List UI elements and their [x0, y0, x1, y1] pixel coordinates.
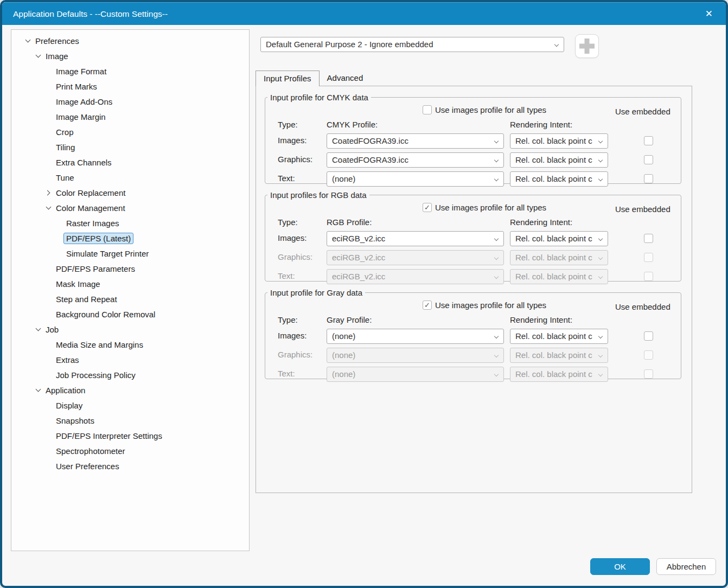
tree-item-label: Extras [56, 355, 79, 365]
tree-item-label: Job [46, 325, 59, 334]
cmyk-images-intent-dropdown[interactable]: Rel. col. black point c [510, 133, 608, 149]
tab-advanced[interactable]: Advanced [320, 71, 371, 86]
chevron-down-icon [598, 139, 603, 143]
tree-item-label: PDF/EPS (Latest) [63, 233, 133, 244]
tree-item-job-processing-policy[interactable]: Job Processing Policy [11, 367, 249, 382]
gray-use-embedded-label: Use embedded [615, 302, 670, 311]
tree-item-spectrophotometer[interactable]: Spectrophotometer [11, 443, 249, 458]
cmyk-text-profile-dropdown[interactable]: (none) [327, 171, 504, 187]
tree-item-crop[interactable]: Crop [11, 124, 249, 139]
tree-item-image[interactable]: Image [11, 48, 249, 63]
tree-item-image-margin[interactable]: Image Margin [11, 109, 249, 124]
tree-item-label: Raster Images [66, 219, 119, 228]
tree-item-tune[interactable]: Tune [11, 170, 249, 185]
rgb-text-label: Text: [278, 271, 295, 280]
tree-item-step-and-repeat[interactable]: Step and Repeat [11, 291, 249, 306]
cmyk-images-use-embedded-checkbox[interactable] [644, 136, 653, 145]
tree-item-print-marks[interactable]: Print Marks [11, 79, 249, 94]
tree-item-label: Snapshots [56, 416, 94, 425]
cmyk-text-label: Text: [278, 174, 295, 183]
chevron-down-icon[interactable] [36, 328, 46, 330]
gray-all-types-checkbox[interactable]: ✓ [423, 301, 432, 310]
cmyk-images-profile-dropdown[interactable]: CoatedFOGRA39.icc [327, 133, 504, 149]
cancel-button[interactable]: Abbrechen [656, 558, 716, 575]
gray-all-types-label: Use images profile for all types [435, 301, 546, 310]
preferences-tree: PreferencesImageImage FormatPrint MarksI… [11, 29, 250, 551]
rgb-text-use-embedded-checkbox [644, 272, 653, 281]
tree-item-label: Spectrophotometer [56, 446, 125, 456]
tree-item-label: Simulate Target Printer [66, 249, 149, 258]
chevron-down-icon[interactable] [36, 55, 46, 57]
close-icon[interactable]: ✕ [702, 7, 716, 21]
chevron-down-icon [598, 158, 603, 162]
gray-type-header: Type: [278, 315, 298, 324]
gray-profile-header: Gray Profile: [327, 315, 372, 324]
dropdown-value: (none) [332, 350, 355, 360]
tree-item-background-color-removal[interactable]: Background Color Removal [11, 306, 249, 322]
rgb-type-header: Type: [278, 218, 298, 227]
rgb-images-intent-dropdown[interactable]: Rel. col. black point c [510, 231, 608, 246]
tree-item-color-replacement[interactable]: Color Replacement [11, 185, 249, 200]
preset-dropdown-value: Default General Purpose 2 - Ignore embed… [266, 40, 433, 49]
tree-item-image-format[interactable]: Image Format [11, 63, 249, 79]
rgb-images-use-embedded-checkbox[interactable] [644, 234, 653, 243]
dropdown-value: (none) [332, 174, 355, 183]
tree-item-media-size-and-margins[interactable]: Media Size and Margins [11, 337, 249, 352]
tree-item-display[interactable]: Display [11, 398, 249, 413]
tree-item-raster-images[interactable]: Raster Images [11, 215, 249, 231]
rgb-all-types-checkbox[interactable]: ✓ [423, 203, 432, 212]
chevron-down-icon [598, 353, 603, 357]
add-preset-button[interactable] [575, 34, 599, 58]
tree-item-pdf-eps-parameters[interactable]: PDF/EPS Parameters [11, 261, 249, 276]
tree-item-simulate-target-printer[interactable]: Simulate Target Printer [11, 246, 249, 261]
cmyk-text-use-embedded-checkbox[interactable] [644, 174, 653, 183]
input-profile-group-gray: Input profile for Gray data✓Use images p… [265, 288, 681, 379]
tree-item-label: Tiling [56, 143, 75, 152]
tree-item-tiling[interactable]: Tiling [11, 139, 249, 155]
chevron-down-icon [598, 334, 603, 338]
tree-item-job[interactable]: Job [11, 322, 249, 337]
tree-item-label: Extra Channels [56, 158, 112, 167]
tree-item-mask-image[interactable]: Mask Image [11, 276, 249, 291]
tree-item-label: Color Replacement [56, 188, 125, 197]
chevron-down-icon[interactable] [36, 389, 46, 391]
dropdown-value: (none) [332, 331, 355, 341]
gray-images-profile-dropdown[interactable]: (none) [327, 329, 504, 344]
checkmark-icon: ✓ [424, 203, 430, 212]
tree-item-extra-channels[interactable]: Extra Channels [11, 155, 249, 170]
rgb-graphics-profile-dropdown: eciRGB_v2.icc [327, 250, 504, 265]
ok-button[interactable]: OK [590, 558, 650, 575]
gray-images-intent-dropdown[interactable]: Rel. col. black point c [510, 329, 608, 344]
cmyk-graphics-use-embedded-checkbox[interactable] [644, 155, 653, 164]
chevron-down-icon [494, 255, 499, 260]
tree-item-color-management[interactable]: Color Management [11, 200, 249, 215]
cmyk-all-types-checkbox[interactable] [423, 105, 432, 114]
chevron-down-icon [598, 372, 603, 376]
tree-item-label: Mask Image [56, 279, 100, 289]
tree-item-label: Image Add-Ons [56, 97, 112, 106]
gray-images-use-embedded-checkbox[interactable] [644, 331, 653, 341]
tree-item-pdf-eps-latest[interactable]: PDF/EPS (Latest) [11, 231, 249, 246]
tree-item-extras[interactable]: Extras [11, 352, 249, 367]
cmyk-use-embedded-label: Use embedded [615, 107, 670, 116]
tree-item-pdf-eps-interpreter-settings[interactable]: PDF/EPS Interpreter Settings [11, 428, 249, 443]
tree-item-snapshots[interactable]: Snapshots [11, 413, 249, 428]
tree-item-image-add-ons[interactable]: Image Add-Ons [11, 94, 249, 109]
chevron-down-icon [494, 334, 499, 338]
dropdown-value: Rel. col. black point c [515, 234, 592, 243]
chevron-down-icon[interactable] [25, 40, 35, 42]
tree-item-preferences[interactable]: Preferences [11, 33, 249, 48]
chevron-down-icon[interactable] [46, 207, 56, 209]
chevron-right-icon[interactable] [46, 191, 56, 195]
rgb-images-profile-dropdown[interactable]: eciRGB_v2.icc [327, 231, 504, 246]
dropdown-value: CoatedFOGRA39.icc [332, 136, 408, 145]
tree-item-user-preferences[interactable]: User Preferences [11, 458, 249, 474]
preset-dropdown[interactable]: Default General Purpose 2 - Ignore embed… [260, 37, 564, 52]
chevron-down-icon [494, 353, 499, 357]
tab-input-profiles[interactable]: Input Profiles [256, 71, 320, 86]
cmyk-graphics-profile-dropdown[interactable]: CoatedFOGRA39.icc [327, 152, 504, 168]
cmyk-graphics-intent-dropdown[interactable]: Rel. col. black point c [510, 152, 608, 168]
tree-item-application[interactable]: Application [11, 382, 249, 398]
cmyk-text-intent-dropdown[interactable]: Rel. col. black point c [510, 171, 608, 187]
tree-item-label: PDF/EPS Interpreter Settings [56, 431, 162, 440]
